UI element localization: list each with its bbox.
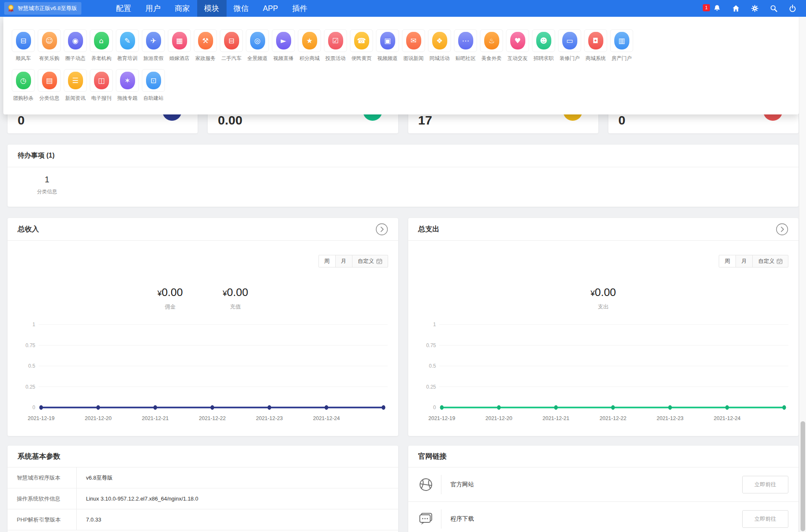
medal-icon: ★ <box>302 32 317 49</box>
ballot-icon: ☑ <box>328 32 343 49</box>
module-item-分类信息[interactable]: ▤分类信息 <box>38 69 61 102</box>
module-item-自助建站[interactable]: ⊡自助建站 <box>142 69 165 102</box>
gear-icon[interactable] <box>751 4 759 13</box>
module-icon-box: ▥ <box>610 29 633 52</box>
module-label: 旅游度假 <box>143 55 164 62</box>
module-item-装修门户[interactable]: ▭装修门户 <box>558 29 581 62</box>
module-item-家政服务[interactable]: ⚒家政服务 <box>194 29 217 62</box>
svg-text:0: 0 <box>433 405 436 410</box>
period-button-自定义[interactable]: 自定义 <box>752 255 788 267</box>
palm-tree-icon: ✈ <box>146 32 161 49</box>
car-icon: ⊟ <box>16 32 31 49</box>
nav-item-微信[interactable]: 微信 <box>227 0 256 17</box>
expense-line-chart: 10.750.50.2502021-12-192021-12-202021-12… <box>417 319 788 428</box>
system-param-row: PHP解析引擎版本7.0.33 <box>8 509 398 530</box>
chevron-right-icon[interactable] <box>376 223 388 236</box>
module-icon-box: ☑ <box>324 29 347 52</box>
module-item-旅游度假[interactable]: ✈旅游度假 <box>142 29 165 62</box>
power-icon[interactable] <box>788 4 797 13</box>
scrollbar-thumb[interactable] <box>801 421 805 531</box>
page-scrollbar[interactable] <box>799 17 806 532</box>
calendar-icon <box>777 258 783 264</box>
go-now-button[interactable]: 立即前往 <box>742 476 788 493</box>
home-icon[interactable] <box>732 4 740 13</box>
system-param-row: 操作系统软件信息Linux 3.10.0-957.12.2.el7.x86_64… <box>8 488 398 509</box>
module-item-全景频道[interactable]: ◎全景频道 <box>246 29 269 62</box>
nav-item-APP[interactable]: APP <box>256 0 285 17</box>
module-icon-box: ▤ <box>38 69 61 92</box>
module-item-圈子动态[interactable]: ◉圈子动态 <box>64 29 87 62</box>
period-button-月[interactable]: 月 <box>736 255 753 267</box>
period-button-月[interactable]: 月 <box>335 255 352 267</box>
module-item-美食外卖[interactable]: ♨美食外卖 <box>480 29 503 62</box>
module-label: 装修门户 <box>560 55 580 62</box>
module-item-图说新闻[interactable]: ✉图说新闻 <box>402 29 425 62</box>
module-item-同城活动[interactable]: ❖同城活动 <box>428 29 451 62</box>
smiley-icon: ☺ <box>42 32 57 49</box>
module-item-顺风车[interactable]: ⊟顺风车 <box>12 29 35 62</box>
module-item-二手汽车[interactable]: ⊟二手汽车 <box>220 29 243 62</box>
module-icon-box: ⌂ <box>90 29 113 52</box>
nav-item-用户[interactable]: 用户 <box>138 0 168 17</box>
module-label: 家政服务 <box>196 55 216 62</box>
official-links-list: 官方网站立即前往程序下载立即前往 <box>408 467 799 532</box>
module-item-房产门户[interactable]: ▥房产门户 <box>610 29 633 62</box>
module-icon-box: ✉ <box>402 29 425 52</box>
bell-icon[interactable] <box>713 4 721 13</box>
module-item-积分商城[interactable]: ★积分商城 <box>298 29 321 62</box>
module-item-电子报刊[interactable]: ◫电子报刊 <box>90 69 113 102</box>
flash-deal-clock-icon: ◷ <box>16 72 31 89</box>
nav-item-插件[interactable]: 插件 <box>285 0 315 17</box>
period-button-周[interactable]: 周 <box>318 255 336 267</box>
link-row-官方网站: 官方网站立即前往 <box>408 467 799 502</box>
photo-news-icon: ✉ <box>406 32 421 49</box>
module-item-视频直播[interactable]: ►视频直播 <box>272 29 295 62</box>
stat-value: 0 <box>18 113 25 127</box>
period-button-周[interactable]: 周 <box>719 255 736 267</box>
module-item-视频频道[interactable]: ▣视频频道 <box>376 29 399 62</box>
todo-body: 1 分类信息 <box>8 167 798 195</box>
todo-item-classified[interactable]: 1 分类信息 <box>32 175 62 195</box>
nav-item-模块[interactable]: 模块 <box>197 0 227 17</box>
module-item-商城系统[interactable]: ◘商城系统 <box>584 29 607 62</box>
search-icon[interactable] <box>769 4 778 13</box>
module-item-教育培训[interactable]: ✎教育培训 <box>116 29 139 62</box>
system-params-title: 系统基本参数 <box>18 452 60 461</box>
module-icon-box: ✶ <box>116 69 139 92</box>
modules-row-1: ⊟顺风车☺有奖乐购◉圈子动态⌂养老机构✎教育培训✈旅游度假▦婚嫁酒店⚒家政服务⊟… <box>12 29 799 62</box>
app-logo[interactable]: 智慧城市正版v6.8至尊版 <box>4 2 81 15</box>
modules-row-2: ◷团购秒杀▤分类信息☰新闻资讯◫电子报刊✶拖拽专题⊡自助建站 <box>12 69 799 102</box>
module-item-投票活动[interactable]: ☑投票活动 <box>324 29 347 62</box>
module-item-有奖乐购[interactable]: ☺有奖乐购 <box>38 29 61 62</box>
module-label: 互动交友 <box>508 55 528 62</box>
svg-text:2021-12-23: 2021-12-23 <box>657 415 683 421</box>
nav-item-配置[interactable]: 配置 <box>109 0 138 17</box>
module-item-招聘求职[interactable]: ☻招聘求职 <box>532 29 555 62</box>
module-item-团购秒杀[interactable]: ◷团购秒杀 <box>12 69 35 102</box>
calendar-icon <box>376 258 382 264</box>
module-icon-box: ❖ <box>428 29 451 52</box>
chevron-right-icon[interactable] <box>776 223 788 236</box>
module-item-互动交友[interactable]: ♥互动交友 <box>506 29 529 62</box>
shopping-bag-icon: ◘ <box>588 32 603 49</box>
module-icon-box: ◘ <box>584 29 607 52</box>
module-label: 积分商城 <box>300 55 320 62</box>
income-chart-header: 总收入 <box>8 218 398 241</box>
module-item-养老机构[interactable]: ⌂养老机构 <box>90 29 113 62</box>
module-label: 贴吧社区 <box>456 55 476 62</box>
svg-text:0.75: 0.75 <box>26 343 36 348</box>
nav-item-商家[interactable]: 商家 <box>168 0 197 17</box>
svg-text:2021-12-19: 2021-12-19 <box>428 415 455 421</box>
go-now-button[interactable]: 立即前往 <box>742 510 788 528</box>
module-item-贴吧社区[interactable]: ⋯贴吧社区 <box>454 29 477 62</box>
svg-text:2021-12-22: 2021-12-22 <box>199 415 226 421</box>
period-button-自定义[interactable]: 自定义 <box>352 255 388 267</box>
module-item-婚嫁酒店[interactable]: ▦婚嫁酒店 <box>168 29 191 62</box>
official-links-header: 官网链接 <box>408 446 799 467</box>
main-menu: 配置用户商家模块微信APP插件 <box>109 0 315 17</box>
module-item-便民黄页[interactable]: ☎便民黄页 <box>350 29 373 62</box>
svg-text:2021-12-21: 2021-12-21 <box>543 415 569 421</box>
module-item-新闻资讯[interactable]: ☰新闻资讯 <box>64 69 87 102</box>
todo-title: 待办事项 (1) <box>18 151 55 160</box>
module-item-拖拽专题[interactable]: ✶拖拽专题 <box>116 69 139 102</box>
